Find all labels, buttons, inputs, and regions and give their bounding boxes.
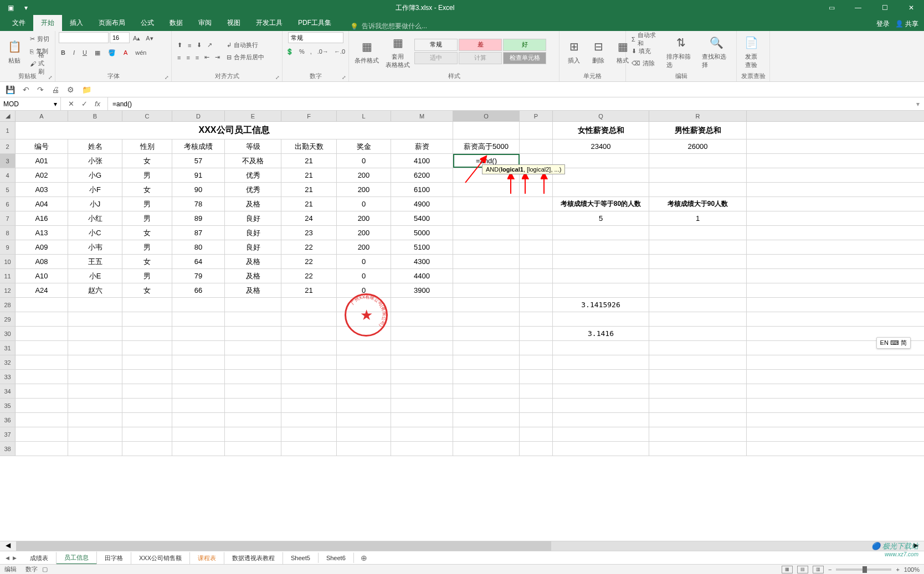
sheet-tab[interactable]: 课程表 (190, 552, 224, 564)
cell[interactable] (391, 312, 453, 326)
cell[interactable]: 编号 (16, 139, 68, 153)
row-header[interactable]: 7 (0, 211, 16, 225)
cell[interactable] (172, 442, 225, 456)
col-header-E[interactable]: E (225, 111, 281, 121)
cell[interactable]: 21 (281, 197, 337, 211)
cell[interactable] (649, 168, 747, 182)
row-header[interactable]: 5 (0, 183, 16, 196)
row-header[interactable]: 32 (0, 355, 16, 369)
cell[interactable] (172, 384, 225, 398)
cell[interactable] (281, 384, 337, 398)
col-header-M[interactable]: M (391, 111, 453, 121)
view-normal-button[interactable]: ▦ (782, 566, 793, 573)
wrap-text-button[interactable]: ↲自动换行 (224, 39, 266, 51)
currency-button[interactable]: 💲 (284, 45, 296, 58)
cell[interactable] (122, 355, 172, 369)
cell[interactable]: 及格 (225, 197, 281, 211)
settings-icon[interactable]: ⚙ (67, 85, 74, 94)
cell[interactable] (453, 240, 520, 254)
cell[interactable] (649, 240, 747, 254)
cell[interactable] (68, 442, 122, 456)
cell[interactable] (122, 327, 172, 340)
cell[interactable]: 优秀 (225, 168, 281, 182)
cell[interactable] (16, 327, 68, 340)
cell[interactable] (453, 427, 520, 441)
sheet-tab[interactable]: Sheet5 (283, 552, 319, 563)
cell[interactable]: 良好 (225, 211, 281, 225)
style-check[interactable]: 检查单元格 (503, 52, 546, 64)
align-center-button[interactable]: ≡ (184, 51, 192, 64)
cell[interactable] (520, 122, 553, 139)
tab-insert[interactable]: 插入 (62, 15, 91, 31)
close-button[interactable]: ✕ (899, 0, 924, 15)
cell[interactable] (453, 269, 520, 283)
row-header[interactable]: 29 (0, 312, 16, 326)
cell[interactable]: 不及格 (225, 154, 281, 168)
cell[interactable]: 女 (122, 154, 172, 168)
cell[interactable] (649, 327, 747, 340)
undo-icon[interactable]: ↶ (23, 85, 29, 94)
col-header-Q[interactable]: Q (553, 111, 649, 121)
share-button[interactable]: 👤 共享 (895, 19, 918, 29)
cell[interactable] (453, 355, 520, 369)
cell[interactable]: 4900 (391, 197, 453, 211)
cell[interactable]: 0 (337, 154, 391, 168)
cell[interactable] (391, 370, 453, 384)
cell[interactable] (553, 384, 649, 398)
cell[interactable] (225, 442, 281, 456)
tab-review[interactable]: 审阅 (191, 15, 219, 31)
tab-home[interactable]: 开始 (33, 15, 62, 31)
cell[interactable]: 考核成绩 (172, 139, 225, 153)
cell[interactable] (520, 341, 553, 355)
cell[interactable] (16, 442, 68, 456)
tab-data[interactable]: 数据 (162, 15, 191, 31)
align-bottom-button[interactable]: ⬇ (194, 39, 204, 51)
cell[interactable]: 0 (337, 269, 391, 283)
cell[interactable]: 21 (281, 168, 337, 182)
cell[interactable] (391, 384, 453, 398)
zoom-in-button[interactable]: + (896, 566, 899, 573)
format-painter-button[interactable]: 🖌格式刷 (28, 58, 52, 70)
cell[interactable] (337, 384, 391, 398)
cell[interactable]: 小C (68, 226, 122, 240)
cell[interactable] (225, 312, 281, 326)
cell[interactable]: 小F (68, 183, 122, 196)
cell[interactable] (122, 413, 172, 427)
insert-cells-button[interactable]: ⊞插入 (563, 37, 585, 66)
row-header[interactable]: 9 (0, 240, 16, 254)
cell[interactable]: 200 (337, 183, 391, 196)
font-size-select[interactable] (110, 32, 130, 43)
cell[interactable] (391, 427, 453, 441)
cell[interactable] (520, 211, 553, 225)
cell[interactable]: 1 (649, 211, 747, 225)
invoice-check-button[interactable]: 📄发票 查验 (740, 33, 762, 70)
zoom-slider[interactable] (836, 568, 891, 571)
cell[interactable]: 90 (172, 183, 225, 196)
cell[interactable] (391, 355, 453, 369)
increase-font-button[interactable]: A▴ (131, 32, 142, 44)
cell[interactable]: 女性薪资总和 (553, 122, 649, 139)
cell[interactable] (520, 413, 553, 427)
cell[interactable] (337, 355, 391, 369)
cell[interactable] (16, 298, 68, 312)
cell[interactable] (453, 327, 520, 340)
cell[interactable] (68, 370, 122, 384)
align-middle-button[interactable]: ≡ (186, 39, 193, 51)
ribbon-display-button[interactable]: ▭ (819, 0, 844, 15)
row-header[interactable]: 36 (0, 413, 16, 427)
cell[interactable]: 小张 (68, 154, 122, 168)
cell[interactable] (649, 269, 747, 283)
cell[interactable] (553, 370, 649, 384)
cell[interactable]: 4100 (391, 154, 453, 168)
number-format-select[interactable] (288, 32, 343, 43)
cell[interactable] (553, 240, 649, 254)
cell[interactable] (337, 399, 391, 412)
cell[interactable] (68, 355, 122, 369)
col-header-B[interactable]: B (68, 111, 122, 121)
font-launcher[interactable]: ⤢ (165, 75, 169, 80)
chevron-down-icon[interactable]: ▾ (54, 100, 57, 108)
fill-color-button[interactable]: 🪣 (106, 46, 118, 59)
cell[interactable] (649, 283, 747, 297)
cell[interactable] (453, 312, 520, 326)
row-header[interactable]: 35 (0, 399, 16, 412)
